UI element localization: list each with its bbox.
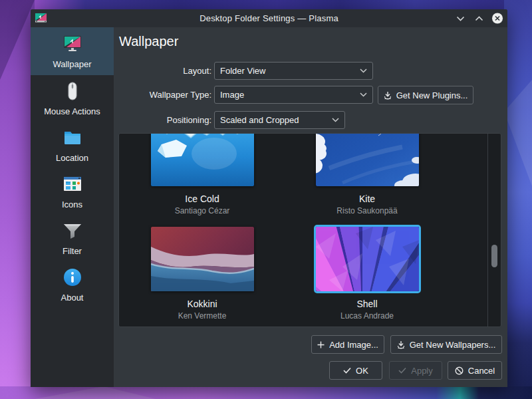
- add-image-label: Add Image...: [329, 340, 378, 350]
- wallpaper-thumbnail: [151, 227, 254, 291]
- wallpaper-author: Risto Saukonpää: [284, 206, 450, 215]
- wallpaper-name: Kokkini: [119, 299, 285, 309]
- sidebar-item-wallpaper[interactable]: Wallpaper: [31, 27, 114, 75]
- maximize-button[interactable]: [473, 13, 485, 25]
- grid-scrollbar-handle[interactable]: [491, 245, 497, 267]
- cancel-button[interactable]: Cancel: [448, 361, 502, 380]
- sidebar-item-label: Wallpaper: [53, 60, 91, 69]
- monitor-wallpaper-icon: [62, 33, 83, 57]
- sidebar-item-label: Mouse Actions: [44, 107, 100, 116]
- positioning-selected-value: Scaled and Cropped: [220, 115, 299, 125]
- mouse-icon: [62, 80, 83, 104]
- settings-window: Desktop Folder Settings — Plasma: [31, 9, 507, 387]
- get-new-wallpapers-label: Get New Wallpapers...: [410, 340, 496, 350]
- folder-icon: [62, 127, 83, 150]
- sidebar-item-label: Icons: [62, 200, 82, 209]
- wallpaper-facet: [504, 0, 532, 399]
- minimize-button[interactable]: [454, 13, 466, 25]
- sidebar-item-label: About: [61, 293, 84, 303]
- page-title: Wallpaper: [119, 34, 178, 49]
- sidebar-item-filter[interactable]: Filter: [31, 215, 114, 261]
- grid-scrollbar-track[interactable]: [487, 134, 501, 327]
- chevron-down-icon: [332, 118, 339, 122]
- check-icon: [398, 367, 406, 374]
- apply-label: Apply: [411, 366, 433, 376]
- wallpaper-author: Ken Vermette: [119, 311, 285, 321]
- apply-button[interactable]: Apply: [389, 361, 442, 380]
- desktop-icons-icon: [62, 174, 83, 197]
- check-icon: [343, 367, 351, 374]
- wallpaper-grid: Ice Cold Santiago Cézar: [118, 133, 501, 327]
- window-title: Desktop Folder Settings — Plasma: [31, 13, 507, 23]
- plus-icon: [317, 341, 325, 348]
- wallpaper-thumbnail: [316, 133, 419, 186]
- positioning-label: Positioning:: [114, 115, 211, 125]
- layout-label: Layout:: [114, 66, 211, 76]
- sidebar-item-location[interactable]: Location: [31, 122, 114, 168]
- wallpaper-type-select[interactable]: Image: [214, 86, 373, 104]
- titlebar: Desktop Folder Settings — Plasma: [31, 9, 507, 27]
- cancel-icon: [455, 366, 464, 375]
- get-new-plugins-button[interactable]: Get New Plugins...: [378, 86, 473, 104]
- wallpaper-tile-shell[interactable]: Shell Lucas Andrade: [284, 227, 450, 321]
- chevron-down-icon: [360, 92, 367, 97]
- positioning-select[interactable]: Scaled and Cropped: [214, 111, 345, 129]
- sidebar-item-label: Location: [56, 154, 88, 163]
- cancel-label: Cancel: [468, 366, 495, 376]
- layout-select[interactable]: Folder View: [214, 62, 373, 80]
- download-icon: [384, 91, 392, 100]
- wallpaper-thumbnail: [316, 227, 419, 291]
- wallpaper-type-selected-value: Image: [220, 90, 244, 100]
- wallpaper-tile-kokkini[interactable]: Kokkini Ken Vermette: [119, 227, 285, 321]
- sidebar-item-label: Filter: [63, 247, 82, 256]
- wallpaper-author: Lucas Andrade: [284, 311, 450, 321]
- wallpaper-tile-kite[interactable]: Kite Risto Saukonpää: [284, 133, 450, 215]
- sidebar-item-about[interactable]: About: [31, 261, 114, 308]
- get-new-plugins-label: Get New Plugins...: [396, 90, 468, 100]
- get-new-wallpapers-button[interactable]: Get New Wallpapers...: [390, 335, 502, 354]
- window-app-icon[interactable]: [34, 11, 48, 27]
- layout-selected-value: Folder View: [220, 66, 265, 76]
- wallpaper-settings-pane: Wallpaper Layout: Folder View Wallpaper …: [114, 27, 507, 387]
- add-image-button[interactable]: Add Image...: [311, 335, 384, 354]
- download-icon: [397, 340, 405, 349]
- funnel-icon: [62, 220, 83, 243]
- ok-button[interactable]: OK: [329, 361, 382, 380]
- sidebar: Wallpaper Mouse Actions: [31, 27, 114, 387]
- chevron-down-icon: [360, 68, 367, 73]
- wallpaper-author: Santiago Cézar: [119, 206, 285, 215]
- wallpaper-name: Shell: [284, 299, 450, 309]
- sidebar-item-mouse-actions[interactable]: Mouse Actions: [31, 75, 114, 122]
- close-button[interactable]: [491, 13, 503, 25]
- wallpaper-type-label: Wallpaper Type:: [114, 90, 211, 100]
- wallpaper-name: Kite: [284, 194, 450, 204]
- wallpaper-thumbnail: [151, 133, 254, 186]
- wallpaper-tile-ice-cold[interactable]: Ice Cold Santiago Cézar: [119, 133, 285, 215]
- wallpaper-facet: [0, 0, 532, 10]
- sidebar-item-icons[interactable]: Icons: [31, 168, 114, 215]
- info-icon: [62, 267, 83, 290]
- wallpaper-name: Ice Cold: [119, 194, 285, 204]
- ok-label: OK: [356, 366, 368, 376]
